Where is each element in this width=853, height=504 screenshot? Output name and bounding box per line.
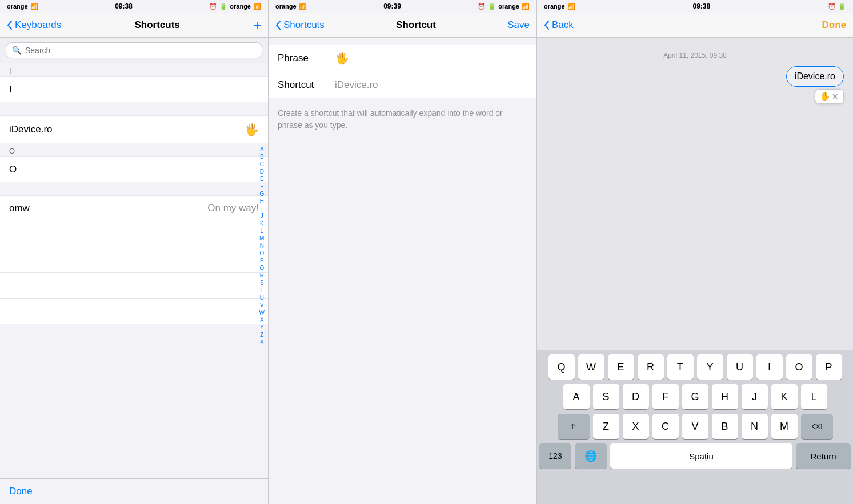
search-input[interactable] — [25, 46, 256, 55]
key-T[interactable]: T — [667, 354, 694, 380]
alpha-X[interactable]: X — [257, 316, 267, 324]
alpha-O[interactable]: O — [257, 249, 267, 257]
alpha-U[interactable]: U — [257, 294, 267, 301]
shift-key[interactable]: ⇧ — [558, 414, 590, 439]
alpha-P[interactable]: P — [257, 257, 267, 264]
autocorrect-popup[interactable]: 🖐 ✕ — [815, 89, 844, 104]
done-bottom-button[interactable]: Done — [0, 478, 268, 504]
key-G[interactable]: G — [682, 384, 708, 409]
key-J[interactable]: J — [742, 384, 768, 409]
backspace-key[interactable]: ⌫ — [801, 414, 833, 439]
alpha-F[interactable]: F — [257, 183, 267, 190]
key-O[interactable]: O — [786, 354, 812, 380]
key-M[interactable]: M — [771, 414, 798, 439]
alpha-C[interactable]: C — [257, 160, 267, 168]
alpha-H[interactable]: H — [257, 197, 267, 205]
key-S[interactable]: S — [593, 384, 619, 409]
back-to-shortcuts[interactable]: Shortcuts — [275, 19, 325, 31]
alarm-icon-2: ⏰ — [478, 3, 486, 10]
done-button-3[interactable]: Done — [822, 19, 847, 31]
key-Q[interactable]: Q — [548, 354, 575, 380]
nav-bar-1: Keyboards Shortcuts + — [0, 13, 268, 38]
alpha-M[interactable]: M — [257, 235, 267, 242]
key-H[interactable]: H — [712, 384, 738, 409]
alpha-K[interactable]: K — [257, 220, 267, 227]
section-header-o: O — [0, 143, 268, 157]
back-button-3[interactable]: Back — [544, 19, 574, 31]
wifi-right-1: 📶 — [253, 3, 261, 10]
key-C[interactable]: C — [652, 414, 679, 439]
alpha-W[interactable]: W — [257, 309, 267, 316]
key-B[interactable]: B — [712, 414, 738, 439]
key-A[interactable]: A — [563, 384, 590, 409]
shortcut-detail-panel: orange 📶 09:39 ⏰ 🔋 orange 📶 Shortcuts Sh… — [269, 0, 537, 504]
key-L[interactable]: L — [801, 384, 827, 409]
key-Z[interactable]: Z — [593, 414, 619, 439]
messages-inner: orange 📶 09:38 ⏰ 🔋 Back Done April 11, 2… — [537, 0, 853, 504]
alpha-S[interactable]: S — [257, 279, 267, 287]
key-X[interactable]: X — [623, 414, 649, 439]
list-item-I[interactable]: I — [0, 77, 268, 102]
alpha-E[interactable]: E — [257, 175, 267, 183]
list-item-idevice[interactable]: iDevice.ro 🖐 — [0, 116, 268, 143]
key-P[interactable]: P — [816, 354, 842, 380]
alarm-icon-1: ⏰ — [209, 3, 217, 10]
alpha-J[interactable]: J — [257, 212, 267, 220]
shortcut-form: Phrase 🖐 Shortcut iDevice.ro — [269, 45, 536, 98]
shortcut-label: Shortcut — [278, 79, 335, 91]
shortcut-row[interactable]: Shortcut iDevice.ro — [269, 72, 536, 98]
list-item-O[interactable]: O — [0, 157, 268, 182]
empty-row-2 — [0, 247, 268, 272]
separator-5 — [0, 324, 268, 324]
alpha-V[interactable]: V — [257, 301, 267, 309]
key-F[interactable]: F — [652, 384, 679, 409]
shortcuts-list-container: I I iDevice.ro 🖐 O — [0, 63, 268, 478]
alpha-D[interactable]: D — [257, 168, 267, 175]
message-bubble[interactable]: iDevice.ro — [786, 66, 844, 87]
key-W[interactable]: W — [578, 354, 604, 380]
key-E[interactable]: E — [608, 354, 634, 380]
num-key[interactable]: 123 — [539, 443, 571, 469]
space-key[interactable]: Spațiu — [610, 443, 792, 469]
key-K[interactable]: K — [771, 384, 798, 409]
alpha-Z[interactable]: Z — [257, 331, 267, 338]
status-left-3: orange 📶 — [544, 3, 575, 10]
section-label-o: O — [9, 147, 15, 155]
list-item-omw[interactable]: omw On my way! — [0, 196, 268, 221]
alpha-Q[interactable]: Q — [257, 264, 267, 272]
key-I[interactable]: I — [756, 354, 783, 380]
alpha-B[interactable]: B — [257, 153, 267, 160]
alpha-hash[interactable]: # — [257, 338, 267, 346]
globe-key[interactable]: 🌐 — [575, 443, 607, 469]
alpha-L[interactable]: L — [257, 227, 267, 235]
return-key[interactable]: Return — [796, 443, 851, 469]
status-bar-1: orange 📶 09:38 ⏰ 🔋 orange 📶 — [0, 0, 268, 13]
phrase-row[interactable]: Phrase 🖐 — [269, 45, 536, 72]
alpha-Y[interactable]: Y — [257, 324, 267, 331]
key-D[interactable]: D — [623, 384, 649, 409]
autocorrect-dismiss[interactable]: ✕ — [832, 92, 839, 101]
keyboard-row-1: Q W E R T Y U I O P — [539, 354, 851, 380]
alpha-N[interactable]: N — [257, 242, 267, 249]
section-idevice: iDevice.ro 🖐 — [0, 116, 268, 143]
key-N[interactable]: N — [742, 414, 768, 439]
alpha-I[interactable]: I — [257, 205, 267, 212]
key-U[interactable]: U — [727, 354, 753, 380]
autocorrect-emoji: 🖐 — [820, 92, 830, 101]
key-V[interactable]: V — [682, 414, 708, 439]
alpha-A[interactable]: A — [257, 146, 267, 153]
key-Y[interactable]: Y — [697, 354, 723, 380]
alpha-T[interactable]: T — [257, 287, 267, 294]
status-bar-3: orange 📶 09:38 ⏰ 🔋 — [537, 0, 853, 13]
empty-row-3 — [0, 273, 268, 298]
search-wrap[interactable]: 🔍 — [6, 42, 262, 58]
back-chevron-icon-2 — [275, 21, 281, 30]
key-R[interactable]: R — [638, 354, 664, 380]
back-to-keyboards[interactable]: Keyboards — [7, 19, 61, 31]
empty-row-4 — [0, 299, 268, 324]
alpha-R[interactable]: R — [257, 272, 267, 279]
add-shortcut-button[interactable]: + — [253, 18, 261, 32]
save-button[interactable]: Save — [507, 19, 530, 31]
alpha-G[interactable]: G — [257, 190, 267, 197]
phrase-label: Phrase — [278, 53, 335, 64]
